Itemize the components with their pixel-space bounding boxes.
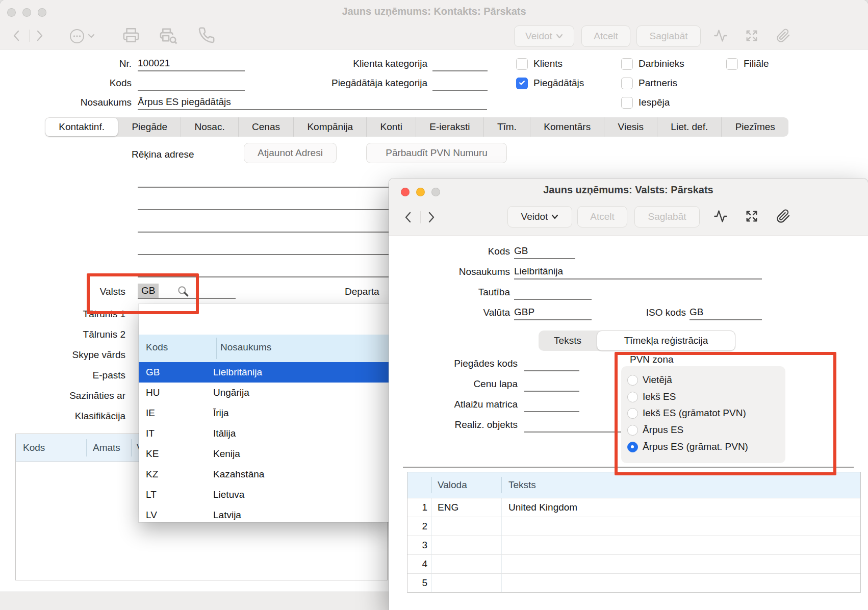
- checkbox-klients-label: Klients: [533, 57, 615, 70]
- checkbox-piegadatajs[interactable]: [516, 78, 528, 89]
- parbaudit-pvn-button[interactable]: Pārbaudīt PVN Numuru: [366, 143, 507, 163]
- dropdown-row-gb[interactable]: GBLielbritānija: [139, 362, 392, 383]
- checkbox-klients[interactable]: [516, 58, 528, 70]
- radio-vieteja-label: Vietējā: [643, 373, 770, 387]
- valsts-field[interactable]: GB: [138, 284, 159, 298]
- dropdown-col-nosaukums: Nosaukums: [220, 342, 271, 353]
- klasifikacija-label: Klasifikācija: [31, 410, 125, 423]
- table-row-2[interactable]: 2: [407, 517, 860, 536]
- cenu-lapa-label: Cenu lapa: [409, 377, 518, 391]
- dropdown-row-hu[interactable]: HUUngārija: [139, 383, 392, 403]
- atlaizu-matrica-field[interactable]: [524, 411, 579, 412]
- address-line-4[interactable]: [138, 254, 389, 255]
- valsts-underline[interactable]: [138, 298, 236, 299]
- tab-komentars[interactable]: Komentārs: [530, 117, 604, 137]
- table-row-5[interactable]: 5: [407, 574, 860, 592]
- checkbox-partneris[interactable]: [621, 78, 633, 89]
- search-icon[interactable]: [176, 285, 190, 298]
- saglabat-button[interactable]: Saglabāt: [634, 206, 700, 227]
- tab-lietdef[interactable]: Liet. def.: [657, 117, 721, 137]
- chevron-down-icon: [551, 214, 558, 219]
- valuta-field[interactable]: GBP: [514, 305, 592, 320]
- tab-teksts[interactable]: Teksts: [539, 331, 597, 351]
- atcelt-button[interactable]: Atcelt: [577, 206, 627, 227]
- expand-icon[interactable]: [745, 29, 759, 43]
- tab-eieraksti[interactable]: E-ieraksti: [416, 117, 483, 137]
- veidot-button[interactable]: Veidot: [507, 206, 572, 227]
- checkbox-darbinieks[interactable]: [621, 58, 633, 70]
- address-line-3[interactable]: [138, 232, 389, 233]
- table-row-4[interactable]: 4: [407, 555, 860, 574]
- tab-cenas[interactable]: Cenas: [238, 117, 293, 137]
- klienta-kategorija-label: Klienta kategorija: [316, 57, 427, 70]
- tautiba-field[interactable]: [514, 285, 592, 300]
- nosaukums-field[interactable]: Lielbritānija: [514, 264, 762, 279]
- tab-kontaktinf[interactable]: Kontaktinf.: [45, 118, 118, 136]
- address-line-5[interactable]: [138, 276, 389, 277]
- tab-piegade[interactable]: Piegāde: [118, 117, 181, 137]
- attachment-icon[interactable]: [776, 29, 790, 43]
- veidot-button[interactable]: Veidot: [514, 26, 574, 47]
- piegadataja-kategorija-field[interactable]: [432, 75, 488, 91]
- departaments-label-clipped: Departa: [345, 285, 391, 298]
- radio-ieks-es-gramatot[interactable]: [627, 408, 638, 419]
- activity-icon[interactable]: [713, 209, 728, 223]
- piegades-kods-field[interactable]: [524, 370, 579, 371]
- back-icon[interactable]: [402, 210, 415, 224]
- tab-konti[interactable]: Konti: [366, 117, 416, 137]
- tautiba-label: Tautība: [440, 286, 510, 299]
- dropdown-row-lv[interactable]: LVLatvija: [139, 505, 392, 522]
- language-table[interactable]: Valoda Teksts 1 ENG United Kingdom 2 3 4: [407, 472, 861, 593]
- checkbox-partneris-label: Partneris: [639, 77, 720, 90]
- tab-viesis[interactable]: Viesis: [604, 117, 657, 137]
- more-options-icon[interactable]: [68, 28, 98, 45]
- expand-icon[interactable]: [745, 209, 759, 223]
- address-line-1[interactable]: [138, 187, 389, 188]
- dropdown-row-lt[interactable]: LTLietuva: [139, 485, 392, 505]
- forward-icon[interactable]: [33, 29, 46, 43]
- phone-icon[interactable]: [198, 27, 215, 44]
- nr-field[interactable]: 100021: [138, 56, 245, 71]
- tab-timekla-registracija[interactable]: Tīmekļa reģistrācija: [597, 331, 735, 351]
- klienta-kategorija-field[interactable]: [432, 56, 488, 71]
- radio-ieks-es[interactable]: [627, 392, 638, 402]
- cenu-lapa-field[interactable]: [524, 391, 579, 392]
- kods-field[interactable]: GB: [514, 244, 575, 259]
- address-line-2[interactable]: [138, 209, 389, 210]
- dropdown-row-ke[interactable]: KEKenija: [139, 444, 392, 464]
- table-row-3[interactable]: 3: [407, 536, 860, 555]
- radio-arpus-es-gramat[interactable]: [627, 442, 638, 452]
- country-titlebar[interactable]: Jauns uzņēmums: Valsts: Pārskats Veidot …: [389, 179, 868, 236]
- atjaunot-adresi-button[interactable]: Atjaunot Adresi: [244, 143, 337, 163]
- contact-titlebar[interactable]: Jauns uzņēmums: Kontakts: Pārskats: [0, 0, 868, 49]
- saglabat-button[interactable]: Saglabāt: [636, 26, 701, 47]
- print-preview-icon[interactable]: [159, 27, 178, 45]
- forward-icon[interactable]: [424, 210, 438, 224]
- back-icon[interactable]: [10, 29, 23, 43]
- tab-kompanija[interactable]: Kompānija: [293, 117, 366, 137]
- tab-nosac[interactable]: Nosac.: [181, 117, 238, 137]
- radio-vieteja[interactable]: [627, 375, 638, 386]
- tab-piezimes[interactable]: Piezīmes: [721, 117, 788, 137]
- dropdown-row-kz[interactable]: KZKazahstāna: [139, 464, 392, 485]
- attachment-icon[interactable]: [776, 209, 790, 223]
- tab-tim[interactable]: Tīm.: [483, 117, 530, 137]
- nosaukums-field[interactable]: Ārpus ES piegādātājs: [138, 95, 487, 110]
- country-dropdown: Kods Nosaukums GBLielbritānija HUUngārij…: [139, 304, 392, 522]
- activity-icon[interactable]: [713, 29, 728, 43]
- checkbox-filiale[interactable]: [726, 58, 738, 70]
- nosaukums-label: Nosaukums: [41, 96, 132, 109]
- radio-arpus-es-gramat-label: Ārpus ES (grāmat. PVN): [643, 440, 775, 453]
- rekina-adrese-label: Rēķina adrese: [132, 148, 234, 161]
- radio-arpus-es[interactable]: [627, 425, 638, 436]
- iso-kods-field[interactable]: GB: [690, 305, 762, 320]
- print-icon[interactable]: [122, 27, 140, 44]
- col-amats: Amats: [86, 439, 131, 456]
- kods-field[interactable]: [138, 75, 245, 91]
- table-row-1[interactable]: 1 ENG United Kingdom: [407, 498, 860, 517]
- dropdown-row-it[interactable]: ITItālija: [139, 423, 392, 444]
- epasts-label: E-pasts: [31, 369, 125, 382]
- dropdown-row-ie[interactable]: IEĪrija: [139, 403, 392, 423]
- atcelt-button[interactable]: Atcelt: [581, 26, 630, 47]
- checkbox-iespeja[interactable]: [621, 97, 633, 109]
